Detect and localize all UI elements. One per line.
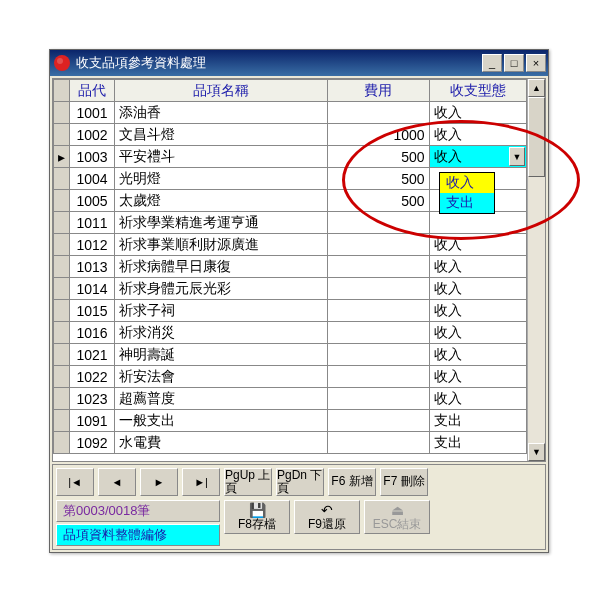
scroll-thumb[interactable] [528,97,545,177]
titlebar[interactable]: 收支品項參考資料處理 _ □ × [50,50,548,76]
row-selector[interactable] [54,168,70,190]
cell-fee[interactable]: 500 [328,168,430,190]
cell-fee[interactable] [328,322,430,344]
table-row[interactable]: 1013祈求病體早日康復收入 [54,256,527,278]
table-row[interactable]: 1021神明壽誕收入 [54,344,527,366]
pgup-button[interactable]: PgUp 上頁 [224,468,272,496]
row-selector[interactable] [54,300,70,322]
cell-id[interactable]: 1012 [70,234,115,256]
nav-last-button[interactable]: ►| [182,468,220,496]
data-grid[interactable]: 品代 品項名稱 費用 收支型態 1001添油香收入1002文昌斗燈1000收入▸… [52,78,546,462]
cell-type[interactable]: 收入 [429,300,526,322]
cell-name[interactable]: 光明燈 [114,168,327,190]
col-header-name[interactable]: 品項名稱 [114,80,327,102]
row-selector[interactable] [54,432,70,454]
row-selector[interactable] [54,190,70,212]
cell-type[interactable]: 收入 [429,344,526,366]
f7-delete-button[interactable]: F7 刪除 [380,468,428,496]
cell-name[interactable]: 祈求消災 [114,322,327,344]
chevron-down-icon[interactable]: ▼ [509,147,525,166]
close-button[interactable]: × [526,54,546,72]
scroll-track[interactable] [528,97,545,443]
cell-type[interactable]: 收入 [429,102,526,124]
col-header-id[interactable]: 品代 [70,80,115,102]
table-row[interactable]: 1014祈求身體元辰光彩收入 [54,278,527,300]
cell-fee[interactable] [328,278,430,300]
dropdown-item[interactable]: 支出 [440,193,494,213]
row-selector[interactable] [54,234,70,256]
table-row[interactable]: 1091一般支出支出 [54,410,527,432]
row-selector[interactable] [54,256,70,278]
cell-fee[interactable] [328,102,430,124]
type-dropdown[interactable]: 收入支出 [439,172,495,214]
col-header-type[interactable]: 收支型態 [429,80,526,102]
table-row[interactable]: 1016祈求消災收入 [54,322,527,344]
table-row[interactable]: 1023超薦普度收入 [54,388,527,410]
table-row[interactable]: 1092水電費支出 [54,432,527,454]
cell-type[interactable]: 收入 [429,388,526,410]
cell-type[interactable]: 支出 [429,410,526,432]
cell-fee[interactable] [328,366,430,388]
cell-name[interactable]: 神明壽誕 [114,344,327,366]
cell-id[interactable]: 1022 [70,366,115,388]
cell-id[interactable]: 1091 [70,410,115,432]
cell-type[interactable]: 收入 [429,234,526,256]
cell-name[interactable]: 祈求病體早日康復 [114,256,327,278]
dropdown-item[interactable]: 收入 [440,173,494,193]
row-selector[interactable] [54,322,70,344]
cell-type[interactable]: 收入 [429,124,526,146]
col-header-fee[interactable]: 費用 [328,80,430,102]
cell-fee[interactable]: 500 [328,146,430,168]
table-row[interactable]: 1012祈求事業順利財源廣進收入 [54,234,527,256]
cell-id[interactable]: 1002 [70,124,115,146]
cell-fee[interactable] [328,410,430,432]
pgdn-button[interactable]: PgDn 下頁 [276,468,324,496]
maximize-button[interactable]: □ [504,54,524,72]
cell-fee[interactable] [328,344,430,366]
cell-fee[interactable] [328,256,430,278]
table-row[interactable]: 1001添油香收入 [54,102,527,124]
cell-id[interactable]: 1092 [70,432,115,454]
minimize-button[interactable]: _ [482,54,502,72]
row-selector[interactable] [54,124,70,146]
cell-id[interactable]: 1003 [70,146,115,168]
table-row[interactable]: 1015祈求子祠收入 [54,300,527,322]
cell-name[interactable]: 水電費 [114,432,327,454]
cell-id[interactable]: 1004 [70,168,115,190]
cell-name[interactable]: 文昌斗燈 [114,124,327,146]
cell-name[interactable]: 祈求事業順利財源廣進 [114,234,327,256]
nav-prev-button[interactable]: ◄ [98,468,136,496]
table-row[interactable]: 1011祈求學業精進考運亨通 [54,212,527,234]
cell-id[interactable]: 1023 [70,388,115,410]
cell-id[interactable]: 1013 [70,256,115,278]
table-row[interactable]: ▸1003平安禮斗500收入▼ [54,146,527,168]
cell-fee[interactable]: 500 [328,190,430,212]
table-row[interactable]: 1022祈安法會收入 [54,366,527,388]
cell-name[interactable]: 祈求身體元辰光彩 [114,278,327,300]
row-selector[interactable] [54,410,70,432]
nav-first-button[interactable]: |◄ [56,468,94,496]
row-selector[interactable] [54,344,70,366]
row-selector[interactable] [54,366,70,388]
row-selector[interactable] [54,388,70,410]
cell-name[interactable]: 祈求子祠 [114,300,327,322]
esc-exit-button[interactable]: ⏏ ESC結束 [364,500,430,534]
cell-id[interactable]: 1014 [70,278,115,300]
cell-fee[interactable]: 1000 [328,124,430,146]
cell-name[interactable]: 一般支出 [114,410,327,432]
f9-undo-button[interactable]: ↶ F9還原 [294,500,360,534]
cell-name[interactable]: 超薦普度 [114,388,327,410]
row-selector[interactable] [54,102,70,124]
cell-type[interactable]: 收入 [429,256,526,278]
cell-fee[interactable] [328,212,430,234]
row-selector[interactable] [54,212,70,234]
scroll-up-button[interactable]: ▲ [528,79,545,97]
cell-fee[interactable] [328,300,430,322]
table-row[interactable]: 1002文昌斗燈1000收入 [54,124,527,146]
cell-id[interactable]: 1021 [70,344,115,366]
cell-name[interactable]: 添油香 [114,102,327,124]
f8-save-button[interactable]: 💾 F8存檔 [224,500,290,534]
cell-fee[interactable] [328,388,430,410]
cell-fee[interactable] [328,234,430,256]
cell-fee[interactable] [328,432,430,454]
